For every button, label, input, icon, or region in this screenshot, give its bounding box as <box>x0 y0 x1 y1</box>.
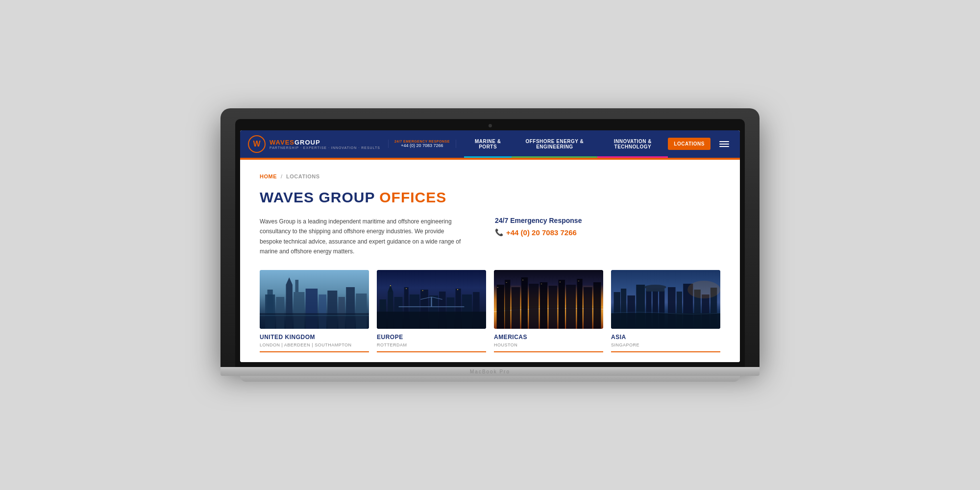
navbar: W WAVESGROUP PARTNERSHIP · EXPERTISE · I… <box>240 130 740 158</box>
svg-rect-44 <box>529 284 539 329</box>
breadcrumb-separator: / <box>281 173 282 179</box>
laptop-base: MacBook Pro <box>220 367 760 376</box>
office-cities-americas: HOUSTON <box>494 343 603 347</box>
svg-rect-74 <box>611 313 720 329</box>
hamburger-line-3 <box>719 146 729 147</box>
svg-rect-7 <box>295 280 298 292</box>
emergency-box: 24/7 Emergency Response 📞 +44 (0) 20 708… <box>495 217 603 257</box>
screen-bezel: W WAVESGROUP PARTNERSHIP · EXPERTISE · I… <box>235 119 745 368</box>
svg-rect-42 <box>512 287 520 329</box>
office-card-asia[interactable]: ASIASINGAPORE <box>611 270 720 352</box>
office-name-americas: AMERICAS <box>494 334 603 341</box>
svg-rect-38 <box>377 312 486 329</box>
svg-rect-50 <box>584 287 592 329</box>
svg-rect-55 <box>541 284 542 284</box>
svg-rect-49 <box>577 279 582 329</box>
svg-rect-40 <box>497 285 505 329</box>
laptop-screen: W WAVESGROUP PARTNERSHIP · EXPERTISE · I… <box>240 130 740 363</box>
city-skyline-europe <box>377 270 486 329</box>
office-image-europe <box>377 270 486 329</box>
nav-item-offshore[interactable]: OFFSHORE ENERGY & ENGINEERING <box>512 130 597 158</box>
laptop-model-label: MacBook Pro <box>220 367 760 376</box>
office-cities-europe: ROTTERDAM <box>377 343 486 347</box>
laptop-outer: W WAVESGROUP PARTNERSHIP · EXPERTISE · I… <box>220 108 760 368</box>
svg-point-32 <box>422 290 423 291</box>
svg-point-30 <box>390 285 391 286</box>
breadcrumb-current: LOCATIONS <box>286 173 319 179</box>
svg-rect-53 <box>506 282 507 283</box>
svg-rect-51 <box>593 282 601 329</box>
svg-rect-52 <box>497 287 498 288</box>
emergency-response-number[interactable]: 📞 +44 (0) 20 7083 7266 <box>495 228 603 237</box>
svg-rect-43 <box>521 277 528 329</box>
nav-item-marine[interactable]: MARINE & PORTS <box>464 130 512 158</box>
page-title-part1: WAVES GROUP <box>260 189 379 205</box>
breadcrumb-home[interactable]: HOME <box>260 173 277 179</box>
svg-rect-57 <box>578 281 579 281</box>
main-content: HOME / LOCATIONS WAVES GROUP OFFICES Wav… <box>240 160 740 363</box>
laptop-wrapper: W WAVESGROUP PARTNERSHIP · EXPERTISE · I… <box>220 108 760 382</box>
svg-rect-47 <box>559 280 565 329</box>
office-name-uk: UNITED KINGDOM <box>260 334 369 341</box>
svg-rect-45 <box>540 282 548 329</box>
office-name-europe: EUROPE <box>377 334 486 341</box>
logo-icon: W <box>248 135 266 153</box>
hamburger-line-1 <box>719 141 729 142</box>
svg-rect-54 <box>522 280 523 280</box>
logo-tagline: PARTNERSHIP · EXPERTISE · INNOVATION · R… <box>270 146 380 149</box>
office-card-uk[interactable]: UNITED KINGDOMLONDON | ABERDEEN | SOUTHA… <box>260 270 369 352</box>
offices-grid: UNITED KINGDOMLONDON | ABERDEEN | SOUTHA… <box>260 270 720 352</box>
office-underline-asia <box>611 351 720 352</box>
nav-emergency-label: 24/7 EMERGENCY RESPONSE <box>394 140 450 143</box>
svg-point-31 <box>406 288 407 289</box>
office-cities-asia: SINGAPORE <box>611 343 720 347</box>
svg-point-33 <box>457 289 458 290</box>
phone-icon: 📞 <box>495 228 503 236</box>
emergency-phone-text: +44 (0) 20 7083 7266 <box>506 228 577 237</box>
office-underline-uk <box>260 351 369 352</box>
nav-item-innovation[interactable]: INNOVATION & TECHNOLOGY <box>597 130 668 158</box>
city-skyline-uk <box>260 270 369 329</box>
camera-dot <box>489 124 492 127</box>
office-card-europe[interactable]: EUROPEROTTERDAM <box>377 270 486 352</box>
office-image-americas <box>494 270 603 329</box>
logo-title: WAVESGROUP <box>270 139 380 146</box>
page-title: WAVES GROUP OFFICES <box>260 189 720 206</box>
hamburger-menu[interactable] <box>716 138 732 150</box>
content-row: Waves Group is a leading independent mar… <box>260 217 720 257</box>
office-card-americas[interactable]: AMERICASHOUSTON <box>494 270 603 352</box>
logo-area[interactable]: W WAVESGROUP PARTNERSHIP · EXPERTISE · I… <box>248 135 380 153</box>
hamburger-line-2 <box>719 144 729 145</box>
svg-rect-15 <box>260 315 369 316</box>
office-image-uk <box>260 270 369 329</box>
city-skyline-americas <box>494 270 603 329</box>
city-skyline-asia <box>611 270 720 329</box>
office-cities-uk: LONDON | ABERDEEN | SOUTHAMPTON <box>260 343 369 347</box>
page-description: Waves Group is a leading independent mar… <box>260 217 466 257</box>
emergency-response-title: 24/7 Emergency Response <box>495 217 603 224</box>
page-title-part2: OFFICES <box>379 189 446 205</box>
svg-point-75 <box>687 281 720 298</box>
office-image-asia <box>611 270 720 329</box>
svg-rect-46 <box>549 286 558 329</box>
svg-point-67 <box>644 285 666 290</box>
logo-letter: W <box>253 140 260 148</box>
office-name-asia: ASIA <box>611 334 720 341</box>
nav-emergency-phone[interactable]: +44 (0) 20 7083 7266 <box>401 143 443 148</box>
laptop-bottom <box>240 376 740 382</box>
svg-rect-41 <box>505 280 510 329</box>
breadcrumb: HOME / LOCATIONS <box>260 173 720 179</box>
logo-text-block: WAVESGROUP PARTNERSHIP · EXPERTISE · INN… <box>270 139 380 149</box>
office-underline-americas <box>494 351 603 352</box>
nav-links: MARINE & PORTS OFFSHORE ENERGY & ENGINEE… <box>464 130 668 158</box>
nav-emergency-area: 24/7 EMERGENCY RESPONSE +44 (0) 20 7083 … <box>388 140 456 148</box>
office-underline-europe <box>377 351 486 352</box>
svg-rect-48 <box>566 285 576 329</box>
locations-button[interactable]: LOCATIONS <box>668 138 710 150</box>
svg-rect-56 <box>560 282 561 282</box>
